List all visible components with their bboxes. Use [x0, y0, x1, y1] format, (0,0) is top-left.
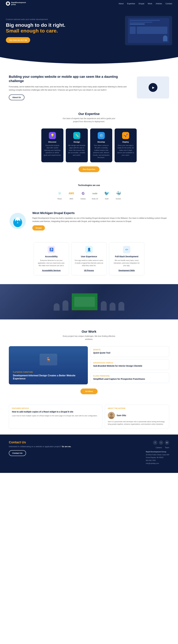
design-title: Design [68, 141, 85, 143]
team-figure-4 [110, 302, 115, 310]
discover-text: Successful projects start with careful l… [44, 144, 61, 156]
tech-title: Technologies we use [9, 184, 169, 186]
linkedin-icon[interactable]: in [165, 440, 169, 445]
work-featured-tag: Flatwood Furniture [13, 371, 84, 373]
deploy-text: Once your new app is ready for the world… [117, 144, 134, 156]
footer-company-name: Rapid Development Group [146, 450, 169, 453]
react-icon: ⚛ [56, 190, 63, 197]
svg-point-4 [15, 220, 18, 223]
discover-icon: 💡 [49, 132, 56, 139]
nav-contact[interactable]: Contact [165, 2, 172, 5]
work-header: Our Work Every project has unique challe… [9, 330, 169, 341]
work-card-franchise[interactable]: Klang Franchise Simplified Lead Capture … [90, 372, 169, 383]
author-name: Sam Oitz [117, 414, 126, 416]
deploy-title: Deploy [117, 141, 134, 143]
design-text: We design and develop apps with the user… [68, 144, 85, 156]
drupal-section: West Michigan Drupal Experts Rapid Devel… [0, 206, 178, 236]
article-title: How to add multiple copies of a React wi… [12, 410, 99, 413]
nav-work[interactable]: Work [148, 2, 152, 5]
ux-link[interactable]: UX Process [84, 270, 94, 272]
hero-bar-2 [130, 22, 152, 23]
work-card-greenhouse[interactable]: Greenhouse Fabrics Sub-Branded Website f… [90, 359, 169, 370]
work-cards-right: Denatic Quick Quote Tool Greenhouse Fabr… [90, 346, 169, 384]
nodejs-icon: node [91, 190, 98, 197]
greenhouse-tag: Greenhouse Fabrics [93, 362, 166, 364]
expertise-card-deploy: 🚀 Deploy Once your new app is ready for … [115, 128, 137, 162]
logo-text: RapidDevelopment group [11, 2, 26, 6]
expertise-card-develop: ⚙️ Develop Your vision comes to life wit… [90, 128, 112, 162]
footer-contact-title: Contact Us [9, 440, 71, 444]
expertise-title: Our Expertise [9, 112, 169, 116]
work-featured-card[interactable]: 🪑 Flatwood Furniture Development-Informe… [9, 346, 88, 384]
tech-gatsby: G Gatsby [80, 190, 87, 200]
aws-label: AWS [70, 198, 73, 200]
accessibility-text: Everyone deserves to use your applicatio… [37, 259, 66, 267]
nav-about[interactable]: About [119, 2, 124, 5]
expertise-button[interactable]: Our Expertise [79, 166, 99, 172]
footer-careers-link[interactable]: Careers [156, 446, 162, 449]
footer-email: info@rapiddg.com [146, 462, 169, 465]
footer-address-line1: 28 West Fulton Street, Suite 600 [146, 453, 169, 456]
footer-team-link[interactable]: Team [165, 446, 169, 449]
hero-subtitle: Custom-tailored web and mobile developme… [6, 18, 65, 20]
team-figure-2 [63, 300, 68, 310]
work-grid: 🪑 Flatwood Furniture Development-Informe… [9, 346, 169, 384]
nav-drupal[interactable]: Drupal [139, 2, 144, 5]
drupal-button[interactable]: Drupal [32, 225, 45, 230]
work-card-quick-quote[interactable]: Denatic Quick Quote Tool [90, 346, 169, 357]
footer-address: Rapid Development Group 28 West Fulton S… [146, 450, 169, 465]
twitter-icon[interactable]: t [159, 440, 163, 445]
wave-divider [0, 57, 178, 66]
hero-content: Custom-tailored web and mobile developme… [6, 18, 65, 43]
footer: Contact Us Interested in collaborating o… [0, 434, 178, 473]
footer-contact-subtitle: Interested in collaborating on a website… [9, 445, 71, 448]
hero-cta-button[interactable]: See how we do it ▶ [6, 37, 30, 43]
develop-icon: ⚙️ [98, 132, 105, 139]
work-title: Our Work [9, 330, 169, 334]
accessibility-title: Accessibility [37, 255, 66, 258]
author-tag: About the Author [108, 408, 166, 409]
expertise-section: Our Expertise Our team of experts has th… [0, 106, 178, 178]
swift-icon: 🐦 [103, 190, 110, 197]
design-icon: ✏️ [73, 132, 80, 139]
footer-phone: 866.582.7555 [146, 459, 169, 462]
nav-articles[interactable]: Articles [156, 2, 162, 5]
team-photo-section [0, 284, 178, 320]
tech-aws: AWS AWS [68, 190, 75, 200]
author-avatar [108, 412, 115, 419]
tech-swift: 🐦 Swift [103, 190, 110, 200]
work-section: Our Work Every project has unique challe… [0, 322, 178, 402]
discover-title: Discover [44, 141, 61, 143]
nav-expertise[interactable]: Expertise [127, 2, 135, 5]
drupal-logo [9, 212, 27, 230]
fullstack-text: We can handle every layer, every interac… [112, 259, 141, 267]
deploy-icon: 🚀 [122, 132, 129, 139]
footer-right-top: f t in Careers Team Rapid Development Gr… [146, 440, 169, 465]
about-content: Building your complex website or mobile … [9, 75, 128, 100]
all-work-button[interactable]: All Work [80, 388, 98, 394]
about-button[interactable]: About Us [9, 94, 25, 100]
hero-visual [125, 16, 172, 45]
nav-links: About Expertise Drupal Work Articles Con… [119, 2, 172, 5]
docker-icon: 🐳 [115, 190, 122, 197]
fullstack-link[interactable]: Development Skills [119, 270, 135, 272]
footer-left: Contact Us Interested in collaborating o… [9, 440, 71, 456]
accessibility-link[interactable]: Accessibility Services [42, 270, 61, 272]
quick-quote-tag: Denatic [93, 349, 166, 350]
facebook-icon[interactable]: f [153, 440, 157, 445]
expertise-card-design: ✏️ Design We design and develop apps wit… [66, 128, 88, 162]
drupal-content: West Michigan Drupal Experts Rapid Devel… [32, 212, 169, 230]
logo[interactable]: RapidDevelopment group [6, 2, 26, 6]
aws-icon: AWS [68, 190, 75, 197]
footer-social: f t in [153, 440, 169, 445]
author-card: About the Author Sam Oitz Sam is a passi… [105, 404, 169, 429]
article-text: Learn how to have multiple copies of a R… [12, 414, 99, 417]
footer-contact-button[interactable]: Contact Us [9, 450, 26, 456]
ux-title: User Experience [74, 255, 104, 258]
drupal-title: West Michigan Drupal Experts [32, 212, 169, 215]
footer-subtitle-bold: So are we. [62, 446, 71, 448]
franchise-tag: Klang Franchise [93, 375, 166, 377]
play-button[interactable]: ▶ [148, 83, 157, 92]
tech-section: Technologies we use ⚛ React AWS AWS G Ga… [0, 178, 178, 206]
work-subtitle: Every project has unique challenges. We … [60, 335, 118, 341]
